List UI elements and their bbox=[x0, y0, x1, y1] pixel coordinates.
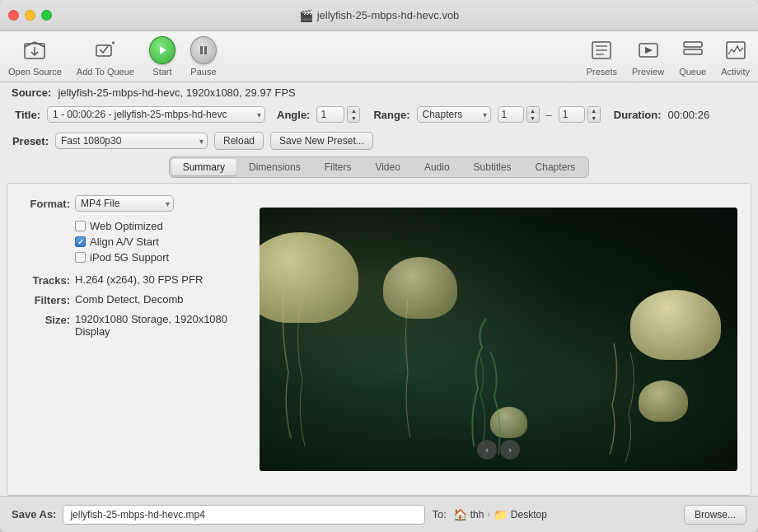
main-window: 🎬 jellyfish-25-mbps-hd-hevc.vob Open Sou… bbox=[0, 0, 758, 532]
queue-label: Queue bbox=[679, 67, 706, 77]
presets-button[interactable]: Presets bbox=[587, 37, 617, 77]
svg-rect-16 bbox=[727, 42, 745, 58]
duration-label: Duration: bbox=[614, 109, 662, 121]
preview-button[interactable]: Preview bbox=[632, 37, 664, 77]
add-to-queue-icon bbox=[92, 37, 119, 63]
ipod-checkbox[interactable] bbox=[75, 252, 86, 263]
tab-dimensions[interactable]: Dimensions bbox=[237, 159, 312, 175]
film-icon: 🎬 bbox=[299, 9, 313, 22]
tab-audio[interactable]: Audio bbox=[413, 159, 461, 175]
range-end-stepper[interactable]: ▲ ▼ bbox=[587, 106, 601, 123]
next-frame-button[interactable]: › bbox=[500, 440, 520, 460]
angle-input[interactable]: 1 bbox=[316, 106, 344, 123]
tracks-value: H.264 (x264), 30 FPS PFR bbox=[75, 273, 233, 286]
open-source-label: Open Source bbox=[8, 67, 62, 77]
summary-left-panel: Format: MP4 File Web Optimized Align A/V… bbox=[7, 184, 246, 495]
align-av-checkbox[interactable] bbox=[75, 236, 86, 247]
preview-panel: ‹ › bbox=[246, 184, 751, 495]
toolbar-right-group: Presets Preview bbox=[587, 37, 750, 77]
duration-value: 00:00:26 bbox=[668, 109, 710, 121]
format-select-wrap: MP4 File bbox=[75, 195, 174, 212]
angle-control: 1 ▲ ▼ bbox=[316, 106, 360, 123]
tab-summary[interactable]: Summary bbox=[171, 159, 236, 175]
range-end-input[interactable]: 1 bbox=[559, 106, 585, 123]
web-optimized-checkbox[interactable] bbox=[75, 221, 86, 231]
format-row: Format: MP4 File bbox=[21, 195, 233, 212]
main-content: Format: MP4 File Web Optimized Align A/V… bbox=[7, 183, 751, 496]
web-optimized-row: Web Optimized bbox=[21, 220, 233, 232]
prev-frame-button[interactable]: ‹ bbox=[477, 440, 497, 460]
angle-down[interactable]: ▼ bbox=[348, 114, 359, 122]
align-av-label: Align A/V Start bbox=[90, 236, 159, 248]
jellyfish-1 bbox=[260, 232, 358, 323]
jellyfish-5 bbox=[490, 407, 527, 438]
minimize-button[interactable] bbox=[25, 10, 35, 21]
add-to-queue-button[interactable]: Add To Queue bbox=[77, 37, 134, 77]
save-bar: Save As: To: 🏠 thh › 📁 Desktop Browse... bbox=[0, 496, 758, 532]
preview-icon bbox=[635, 37, 662, 63]
save-new-preset-button[interactable]: Save New Preset... bbox=[270, 132, 373, 150]
start-icon bbox=[149, 37, 175, 63]
tabs-bar: Summary Dimensions Filters Video Audio S… bbox=[0, 153, 758, 183]
jellyfish-2 bbox=[383, 257, 457, 319]
browse-button[interactable]: Browse... bbox=[684, 505, 746, 525]
activity-button[interactable]: Activity bbox=[721, 37, 750, 77]
range-start-down[interactable]: ▼ bbox=[527, 114, 539, 122]
preview-label: Preview bbox=[632, 67, 664, 77]
range-end-down[interactable]: ▼ bbox=[588, 114, 600, 122]
range-start-up[interactable]: ▲ bbox=[527, 107, 539, 114]
add-to-queue-label: Add To Queue bbox=[77, 67, 134, 77]
preset-label: Preset: bbox=[12, 135, 49, 147]
close-button[interactable] bbox=[8, 10, 19, 21]
range-end-up[interactable]: ▲ bbox=[588, 107, 600, 114]
svg-marker-13 bbox=[645, 47, 653, 54]
jellyfish-background: ‹ › bbox=[260, 208, 737, 471]
title-select[interactable]: 1 - 00:00:26 - jellyfish-25-mbps-hd-hevc bbox=[47, 106, 265, 123]
queue-button[interactable]: Queue bbox=[679, 37, 706, 77]
svg-rect-7 bbox=[204, 46, 207, 54]
tab-chapters[interactable]: Chapters bbox=[524, 159, 587, 175]
angle-up[interactable]: ▲ bbox=[348, 107, 359, 114]
range-label: Range: bbox=[373, 109, 409, 121]
save-as-label: Save As: bbox=[12, 508, 56, 520]
svg-rect-14 bbox=[684, 42, 702, 47]
format-label: Format: bbox=[21, 197, 70, 210]
preset-select[interactable]: Fast 1080p30 bbox=[55, 133, 208, 149]
title-select-wrap: 1 - 00:00:26 - jellyfish-25-mbps-hd-hevc bbox=[47, 106, 265, 123]
angle-stepper[interactable]: ▲ ▼ bbox=[347, 106, 360, 123]
pause-button[interactable]: Pause bbox=[190, 37, 217, 77]
pause-icon bbox=[190, 37, 217, 63]
range-type-select[interactable]: Chapters bbox=[417, 106, 491, 123]
filters-info-row: Filters: Comb Detect, Decomb bbox=[21, 293, 233, 306]
range-dash: – bbox=[546, 109, 552, 121]
tab-filters[interactable]: Filters bbox=[313, 159, 363, 175]
tabs-container: Summary Dimensions Filters Video Audio S… bbox=[169, 156, 590, 178]
size-label: Size: bbox=[21, 313, 70, 326]
open-source-button[interactable]: Open Source bbox=[8, 37, 62, 77]
tab-video[interactable]: Video bbox=[363, 159, 411, 175]
title-row: Title: 1 - 00:00:26 - jellyfish-25-mbps-… bbox=[0, 105, 758, 128]
source-row: Source: jellyfish-25-mbps-hd-hevc, 1920x… bbox=[0, 82, 758, 105]
path-folder: Desktop bbox=[511, 509, 547, 520]
range-start-input[interactable]: 1 bbox=[498, 106, 524, 123]
tab-subtitles[interactable]: Subtitles bbox=[462, 159, 523, 175]
format-select[interactable]: MP4 File bbox=[75, 195, 174, 212]
start-button[interactable]: Start bbox=[149, 37, 175, 77]
angle-label: Angle: bbox=[277, 109, 310, 121]
pause-label: Pause bbox=[190, 67, 216, 77]
size-value: 1920x1080 Storage, 1920x1080 Display bbox=[75, 313, 233, 338]
size-row: Size: 1920x1080 Storage, 1920x1080 Displ… bbox=[21, 313, 233, 338]
preview-navigation: ‹ › bbox=[477, 440, 520, 460]
reload-button[interactable]: Reload bbox=[214, 132, 264, 150]
preset-select-wrap: Fast 1080p30 bbox=[55, 133, 208, 149]
open-source-icon bbox=[21, 37, 48, 63]
range-start-stepper[interactable]: ▲ ▼ bbox=[526, 106, 540, 123]
titlebar: 🎬 jellyfish-25-mbps-hd-hevc.vob bbox=[0, 0, 758, 31]
range-end-control: 1 ▲ ▼ bbox=[559, 106, 601, 123]
maximize-button[interactable] bbox=[41, 10, 52, 21]
source-label: Source: bbox=[12, 86, 51, 99]
tracks-label: Tracks: bbox=[21, 273, 70, 287]
save-as-input[interactable] bbox=[63, 505, 425, 525]
path-home: thh bbox=[470, 509, 484, 520]
svg-marker-5 bbox=[160, 46, 166, 54]
